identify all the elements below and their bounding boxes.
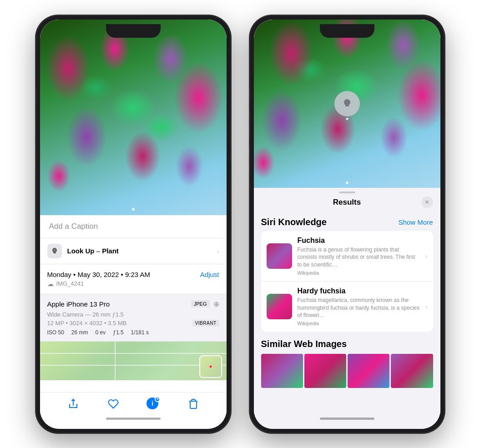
lookup-row[interactable]: Look Up – Plant › (40, 238, 227, 264)
similar-grid (261, 354, 433, 388)
siri-knowledge-header: Siri Knowledge Show More (261, 217, 433, 227)
format-badge: JPEG (191, 300, 210, 307)
right-phone: Results ✕ Siri Knowledge Show More (249, 15, 445, 433)
chevron-icon: › (217, 247, 219, 255)
favorite-button[interactable] (106, 397, 120, 411)
home-indicator-right (320, 418, 374, 420)
date-text: Monday • May 30, 2022 • 9:23 AM (47, 271, 150, 278)
close-button[interactable]: ✕ (421, 196, 433, 208)
right-volume-down-button[interactable] (249, 145, 250, 172)
siri-icon (47, 244, 62, 258)
hardy-fuchsia-item[interactable]: Hardy fuchsia Fuchsia magellanica, commo… (261, 282, 433, 332)
similar-image-4[interactable] (391, 354, 433, 388)
meta-row: ISO 50 26 mm 0 ev ƒ1.5 1/181 s (47, 329, 219, 336)
right-mute-button[interactable] (249, 88, 250, 104)
left-phone-screen: Add a Caption Look Up – Plant › Mon (40, 20, 227, 429)
similar-image-2[interactable] (304, 354, 346, 388)
wide-camera-spec: Wide Camera — 26 mm ƒ1.5 (47, 311, 219, 318)
map-thumbnail (199, 355, 222, 378)
home-indicator-left (106, 418, 161, 420)
cloud-icon: ☁ (47, 280, 54, 287)
page-indicator-left (132, 208, 135, 211)
results-panel: Results ✕ Siri Knowledge Show More (254, 188, 440, 429)
delete-button[interactable] (186, 397, 200, 411)
map-road-3 (115, 342, 116, 380)
siri-dot (346, 118, 348, 120)
ev-value: 0 ev (96, 329, 106, 336)
similar-section: Similar Web Images (261, 339, 433, 388)
toolbar-left: i ✦ (40, 392, 227, 415)
similar-image-3[interactable] (348, 354, 389, 388)
hardy-desc: Fuchsia magellanica, commonly known as t… (298, 297, 420, 319)
notch (106, 24, 161, 38)
volume-up-button[interactable] (35, 111, 36, 138)
photo-right[interactable] (254, 20, 440, 188)
volume-down-button[interactable] (35, 145, 36, 172)
left-phone: Add a Caption Look Up – Plant › Mon (35, 15, 231, 433)
fuchsia-source: Wikipedia (298, 270, 420, 276)
fuchsia-info: Fuchsia Fuchsia is a genus of flowering … (298, 237, 420, 276)
lookup-subject: Plant (102, 247, 119, 255)
svg-point-0 (53, 249, 56, 252)
caption-area[interactable]: Add a Caption (40, 215, 227, 238)
share-button[interactable] (66, 397, 80, 411)
map-section[interactable] (40, 342, 227, 380)
show-more-button[interactable]: Show More (399, 218, 433, 226)
photo-left[interactable] (40, 20, 227, 215)
camera-section: Apple iPhone 13 Pro JPEG ⊕ Wide Camera —… (40, 294, 227, 342)
filename: IMG_4241 (56, 280, 84, 287)
right-notch (320, 24, 374, 38)
resolution-spec: 12 MP • 3024 × 4032 • 3.5 MB VIBRANT (47, 320, 219, 327)
vibrant-badge: VIBRANT (192, 320, 219, 327)
left-screen-content: Add a Caption Look Up – Plant › Mon (40, 20, 227, 429)
shutter-value: 1/181 s (131, 329, 149, 336)
fuchsia-chevron-icon: › (425, 252, 428, 260)
fuchsia-name: Fuchsia (298, 237, 420, 245)
mm-value: 26 mm (71, 329, 88, 336)
map-pin (209, 365, 212, 368)
knowledge-card: Fuchsia Fuchsia is a genus of flowering … (261, 231, 433, 332)
results-header: Results ✕ (254, 193, 440, 211)
hardy-name: Hardy fuchsia (298, 287, 420, 295)
right-screen-content: Results ✕ Siri Knowledge Show More (254, 20, 440, 429)
adjust-button[interactable]: Adjust (200, 271, 219, 278)
results-content[interactable]: Siri Knowledge Show More Fuchsia Fuchsia… (254, 211, 440, 429)
lookup-label: Look Up (67, 247, 95, 255)
settings-icon: ⊕ (213, 300, 219, 308)
camera-name: Apple iPhone 13 Pro (47, 300, 110, 308)
svg-point-1 (346, 101, 349, 104)
right-phone-screen: Results ✕ Siri Knowledge Show More (254, 20, 440, 429)
fuchsia-desc: Fuchsia is a genus of flowering plants t… (298, 246, 420, 269)
hardy-chevron-icon: › (425, 303, 428, 310)
hardy-thumbnail (267, 294, 292, 319)
siri-lookup-button[interactable] (334, 91, 360, 116)
hardy-info: Hardy fuchsia Fuchsia magellanica, commo… (298, 287, 420, 326)
similar-title: Similar Web Images (261, 339, 433, 349)
right-power-button[interactable] (445, 120, 445, 161)
fuchsia-item[interactable]: Fuchsia Fuchsia is a genus of flowering … (261, 231, 433, 282)
siri-knowledge-title: Siri Knowledge (261, 217, 327, 227)
fuchsia-thumbnail (267, 243, 292, 269)
map-road-2 (40, 365, 227, 366)
lookup-text: Look Up – Plant (67, 247, 119, 255)
similar-image-1[interactable] (261, 354, 303, 388)
photo-image-left (40, 20, 227, 215)
map-road (40, 353, 227, 354)
results-title: Results (333, 198, 361, 207)
page-indicator-right (346, 181, 349, 184)
aperture-value: ƒ1.5 (113, 329, 123, 336)
hardy-source: Wikipedia (298, 321, 420, 326)
camera-badges: JPEG ⊕ (191, 300, 219, 308)
right-volume-up-button[interactable] (249, 111, 250, 138)
caption-placeholder[interactable]: Add a Caption (49, 222, 98, 231)
date-section: Monday • May 30, 2022 • 9:23 AM Adjust ☁… (40, 264, 227, 294)
power-button[interactable] (231, 120, 231, 161)
mute-button[interactable] (35, 88, 36, 104)
iso-value: ISO 50 (47, 329, 64, 336)
info-button[interactable]: i ✦ (146, 397, 160, 411)
